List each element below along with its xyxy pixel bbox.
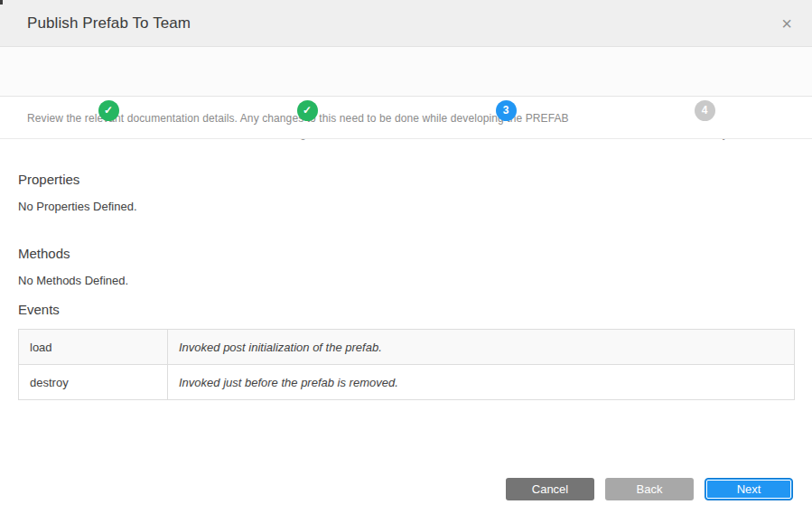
modal-footer: Cancel Back Next [506, 478, 793, 500]
methods-heading: Methods [18, 246, 795, 261]
event-row: loadInvoked post initialization of the p… [19, 330, 795, 365]
cancel-button[interactable]: Cancel [506, 478, 594, 500]
event-name-cell: destroy [19, 365, 168, 400]
properties-empty-text: No Properties Defined. [18, 200, 795, 213]
properties-heading: Properties [18, 172, 795, 187]
screen-corner-artifact [0, 0, 3, 5]
event-row: destroyInvoked just before the prefab is… [19, 365, 795, 400]
close-icon[interactable]: × [774, 11, 799, 36]
documentation-content: Properties No Properties Defined. Method… [18, 139, 795, 400]
step-number-badge: 3 [496, 100, 517, 121]
events-heading: Events [18, 302, 795, 317]
modal-header: Publish Prefab To Team × [0, 0, 812, 47]
step-number-badge: 4 [695, 100, 715, 121]
step-check-icon: ✓ [98, 100, 119, 121]
step-description-bar: Review the relevant documentation detail… [0, 98, 812, 139]
wizard-stepper: ✓Information✓Configuration3Documentation… [0, 47, 812, 97]
event-description-cell: Invoked just before the prefab is remove… [168, 365, 795, 400]
events-table-body: loadInvoked post initialization of the p… [19, 330, 795, 400]
publish-prefab-modal: Publish Prefab To Team × ✓Information✓Co… [0, 0, 812, 514]
events-table: loadInvoked post initialization of the p… [18, 329, 795, 400]
event-description-cell: Invoked post initialization of the prefa… [168, 330, 795, 365]
methods-empty-text: No Methods Defined. [18, 274, 795, 287]
next-button[interactable]: Next [705, 478, 793, 500]
step-check-icon: ✓ [297, 100, 318, 121]
event-name-cell: load [19, 330, 168, 365]
modal-title: Publish Prefab To Team [27, 14, 191, 33]
back-button[interactable]: Back [605, 478, 694, 500]
